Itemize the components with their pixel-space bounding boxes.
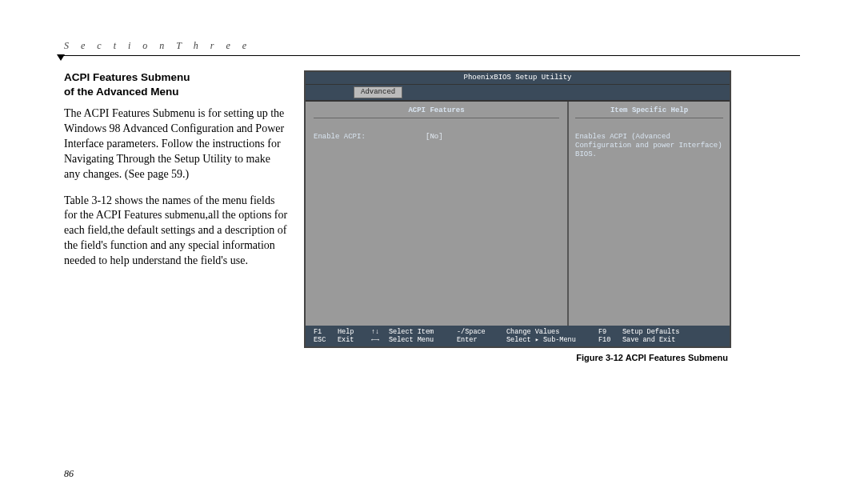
footer-text-select-menu: Select Menu	[389, 336, 457, 344]
bios-left-header: ACPI Features	[314, 105, 559, 119]
footer-key-space: -/Space	[457, 328, 506, 336]
bios-right-header: Item Specific Help	[575, 105, 723, 119]
left-column: ACPI Features Submenu of the Advanced Me…	[64, 70, 288, 362]
bios-main-panel: ACPI Features Enable ACPI: [No]	[306, 102, 569, 326]
heading-line-1: ACPI Features Submenu	[64, 71, 190, 83]
footer-text-select-item: Select Item	[389, 328, 457, 336]
figure-caption: Figure 3-12 ACPI Features Submenu	[304, 353, 728, 362]
footer-key-f1: F1	[314, 328, 338, 336]
bios-footer: F1 Help ↑↓ Select Item -/Space Change Va…	[306, 326, 730, 346]
footer-text-select-submenu: Select ▸ Sub-Menu	[506, 336, 598, 344]
arrow-leftright-icon: ←→	[371, 336, 389, 344]
heading-line-2: of the Advanced Menu	[64, 86, 179, 98]
bios-field-row: Enable ACPI: [No]	[314, 133, 559, 142]
footer-text-exit: Exit	[338, 336, 371, 344]
subsection-title: ACPI Features Submenu of the Advanced Me…	[64, 70, 288, 98]
page-number: 86	[64, 468, 74, 480]
paragraph-1: The ACPI Features Submenu is for setting…	[64, 106, 288, 182]
footer-text-change-values: Change Values	[506, 328, 598, 336]
footer-key-enter: Enter	[457, 336, 506, 344]
footer-row-2: ESC Exit ←→ Select Menu Enter Select ▸ S…	[314, 336, 722, 344]
bios-title-bar: PhoenixBIOS Setup Utility	[306, 72, 730, 85]
bios-tab-advanced: Advanced	[354, 86, 402, 98]
arrow-updown-icon: ↑↓	[371, 328, 389, 336]
footer-row-1: F1 Help ↑↓ Select Item -/Space Change Va…	[314, 328, 722, 336]
right-column: PhoenixBIOS Setup Utility Advanced ACPI …	[304, 70, 800, 362]
footer-text-save-exit: Save and Exit	[622, 336, 675, 344]
section-header: S e c t i o n T h r e e	[64, 40, 800, 52]
footer-text-setup-defaults: Setup Defaults	[622, 328, 679, 336]
bios-help-panel: Item Specific Help Enables ACPI (Advance…	[569, 102, 730, 326]
bios-field-label: Enable ACPI:	[314, 133, 426, 142]
bios-help-text: Enables ACPI (Advanced Configuration and…	[575, 133, 723, 158]
footer-key-f9: F9	[598, 328, 622, 336]
bios-tab-bar: Advanced	[306, 85, 730, 102]
section-divider	[64, 55, 800, 56]
paragraph-2: Table 3-12 shows the names of the menu f…	[64, 194, 288, 269]
footer-key-f10: F10	[598, 336, 622, 344]
bios-screenshot: PhoenixBIOS Setup Utility Advanced ACPI …	[304, 70, 731, 348]
footer-text-help: Help	[338, 328, 371, 336]
footer-key-esc: ESC	[314, 336, 338, 344]
bios-field-value: [No]	[426, 133, 443, 142]
